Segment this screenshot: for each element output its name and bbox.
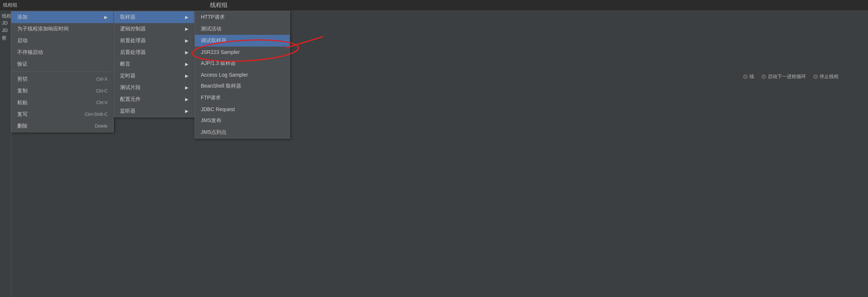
menu-divider <box>11 72 113 72</box>
menu-item-jdbc[interactable]: JDBC Request <box>195 104 290 115</box>
next-loop-radio[interactable]: 启动下一进程循环 <box>762 73 806 80</box>
menu-item-add[interactable]: 添加 ▶ <box>11 11 113 23</box>
context-menu-level2: 取样器 ▶ 逻辑控制器 ▶ 前置处理器 ▶ 后置处理器 ▶ 断言 ▶ 定时器 ▶… <box>114 11 195 117</box>
menu-item-ftp[interactable]: FTP请求 <box>195 92 290 104</box>
shortcut-cut: Ctrl-X <box>96 77 108 82</box>
tree-item-label: 线程 <box>2 13 11 19</box>
menu-item-start-nopause[interactable]: 不停顿启动 <box>11 47 113 58</box>
menu-item-label: 定时器 <box>120 73 135 79</box>
menu-item-label: BeanShell 取样器 <box>201 83 241 89</box>
top-bar-label: 线程组 <box>3 2 17 8</box>
menu-item-label: FTP请求 <box>201 95 221 101</box>
tree-item-label: 察 <box>2 35 7 41</box>
menu-item-test-fragment[interactable]: 测试片段 ▶ <box>114 82 194 94</box>
submenu-arrow: ▶ <box>185 62 188 67</box>
top-bar: 线程组 <box>0 0 868 10</box>
menu-item-debug-sampler[interactable]: 调试取样器 <box>195 35 290 47</box>
menu-item-label: Access Log Sampler <box>201 72 248 78</box>
menu-item-http-request[interactable]: HTTP请求 <box>195 11 290 23</box>
menu-item-delete[interactable]: 删除 Delete <box>11 120 113 132</box>
menu-item-rewrite[interactable]: 复写 Ctrl+Shift-C <box>11 109 113 120</box>
radio-dot <box>762 74 766 79</box>
menu-item-label: 启动 <box>17 37 28 44</box>
menu-item-label: 删除 <box>17 123 28 129</box>
menu-item-label: 调试取样器 <box>201 37 227 44</box>
menu-item-paste[interactable]: 粘贴 Ctrl-V <box>11 97 113 109</box>
tree-item-jd1[interactable]: JD <box>2 20 8 26</box>
menu-item-label: 复写 <box>17 111 28 118</box>
tree-item-thread[interactable]: 线程 <box>2 13 11 19</box>
submenu-arrow: ▶ <box>185 15 188 20</box>
menu-item-jms-point[interactable]: JMS点到点 <box>195 126 290 138</box>
menu-item-jms-publish[interactable]: JMS发布 <box>195 115 290 126</box>
menu-item-timer[interactable]: 定时器 ▶ <box>114 70 194 82</box>
menu-item-post-proc[interactable]: 后置处理器 ▶ <box>114 47 194 58</box>
menu-item-label: 为子线程添加响应时间 <box>17 26 69 32</box>
menu-item-label: JMS发布 <box>201 117 221 124</box>
menu-item-config-elem[interactable]: 配置元件 ▶ <box>114 94 194 105</box>
menu-item-label: AJP/1.3 取样器 <box>201 60 236 67</box>
shortcut-copy: Ctrl-C <box>96 88 108 94</box>
tree-item-label: JD <box>2 27 8 33</box>
menu-item-label: JDBC Request <box>201 106 235 112</box>
menu-item-label: 测试片段 <box>120 84 141 91</box>
menu-item-assertion[interactable]: 断言 ▶ <box>114 58 194 70</box>
menu-item-label: 断言 <box>120 61 130 67</box>
menu-item-validate[interactable]: 验证 <box>11 58 113 70</box>
context-menu-level1: 添加 ▶ 为子线程添加响应时间 启动 不停顿启动 验证 剪切 Ctrl-X 复制… <box>11 11 114 132</box>
menu-item-label: 复制 <box>17 88 28 94</box>
menu-item-ajp13[interactable]: AJP/1.3 取样器 <box>195 58 290 69</box>
menu-item-label: 粘贴 <box>17 99 28 106</box>
radio-dot <box>813 74 818 79</box>
menu-item-monitor[interactable]: 监听器 ▶ <box>114 105 194 117</box>
submenu-arrow: ▶ <box>185 38 188 43</box>
menu-item-label: 验证 <box>17 61 28 67</box>
menu-item-sampler[interactable]: 取样器 ▶ <box>114 11 194 23</box>
context-menu-level3: HTTP请求 测试活动 调试取样器 JSR223 Sampler AJP/1.3… <box>195 11 290 139</box>
shortcut-rewrite: Ctrl+Shift-C <box>85 112 108 117</box>
menu-item-label: JMS点到点 <box>201 129 227 136</box>
left-panel <box>0 11 11 297</box>
tree-item-label: JD <box>2 20 8 26</box>
menu-item-jsr223[interactable]: JSR223 Sampler <box>195 47 290 58</box>
submenu-arrow: ▶ <box>185 26 188 32</box>
continue-radio[interactable]: 续 <box>743 73 754 80</box>
menu-item-label: JSR223 Sampler <box>201 49 240 55</box>
tree-item-cha[interactable]: 察 <box>2 35 7 41</box>
shortcut-delete: Delete <box>95 124 108 129</box>
radio-dot <box>743 74 748 79</box>
submenu-arrow: ▶ <box>185 50 188 55</box>
stop-thread-label: 停止线程 <box>820 73 839 80</box>
menu-item-label: 前置处理器 <box>120 37 146 44</box>
menu-item-label: HTTP请求 <box>201 14 225 21</box>
thread-group-label: 线程组 <box>206 0 232 10</box>
menu-item-label: 不停顿启动 <box>17 49 43 56</box>
thread-group-text: 线程组 <box>210 2 228 8</box>
submenu-arrow: ▶ <box>104 15 108 20</box>
menu-item-beanshell[interactable]: BeanShell 取样器 <box>195 80 290 92</box>
tree-item-jd2[interactable]: JD <box>2 27 8 33</box>
menu-item-logic-ctrl[interactable]: 逻辑控制器 ▶ <box>114 23 194 35</box>
submenu-arrow: ▶ <box>185 109 188 114</box>
submenu-arrow: ▶ <box>185 97 188 102</box>
menu-item-add-response[interactable]: 为子线程添加响应时间 <box>11 23 113 35</box>
menu-item-label: 后置处理器 <box>120 49 146 56</box>
menu-item-label: 添加 <box>17 14 28 21</box>
menu-item-cut[interactable]: 剪切 Ctrl-X <box>11 73 113 85</box>
menu-item-pre-proc[interactable]: 前置处理器 ▶ <box>114 35 194 47</box>
right-controls: 续 启动下一进程循环 停止线程 <box>743 73 839 80</box>
menu-item-access-log[interactable]: Access Log Sampler <box>195 69 290 80</box>
next-loop-label: 启动下一进程循环 <box>768 73 806 80</box>
menu-item-label: 测试活动 <box>201 26 221 32</box>
menu-item-label: 逻辑控制器 <box>120 26 146 32</box>
menu-item-label: 剪切 <box>17 76 28 82</box>
submenu-arrow: ▶ <box>185 73 188 78</box>
menu-item-start[interactable]: 启动 <box>11 35 113 47</box>
menu-item-label: 监听器 <box>120 108 135 114</box>
menu-item-test-action[interactable]: 测试活动 <box>195 23 290 35</box>
shortcut-paste: Ctrl-V <box>96 100 108 105</box>
continue-label: 续 <box>749 73 754 80</box>
stop-thread-radio[interactable]: 停止线程 <box>813 73 839 80</box>
submenu-arrow: ▶ <box>185 85 188 90</box>
menu-item-copy[interactable]: 复制 Ctrl-C <box>11 85 113 97</box>
